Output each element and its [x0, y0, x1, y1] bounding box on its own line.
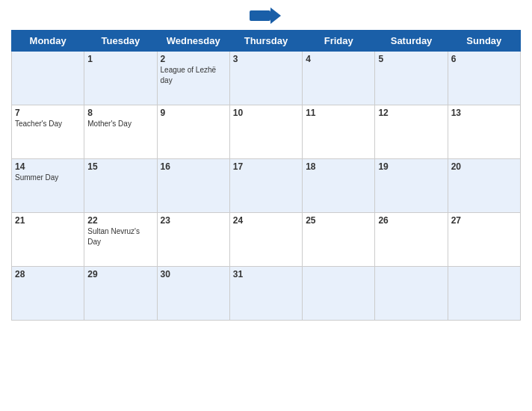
day-number: 8: [87, 108, 153, 118]
day-number: 7: [15, 108, 81, 118]
day-number: 29: [87, 269, 153, 279]
day-number: 13: [451, 108, 517, 118]
calendar-cell: 8Mother's Day: [84, 105, 157, 159]
calendar-cell: 3: [229, 52, 302, 105]
calendar-week-row: 2122Sultan Nevruz's Day2324252627: [12, 213, 521, 267]
calendar-cell: 27: [448, 213, 520, 267]
calendar-cell: 31: [229, 267, 302, 321]
day-number: 18: [306, 161, 371, 172]
day-number: 23: [161, 215, 226, 226]
day-number: 19: [378, 161, 444, 172]
day-number: 4: [306, 54, 371, 64]
day-number: 16: [161, 161, 226, 172]
calendar-cell: 18: [303, 159, 375, 213]
calendar-cell: 29: [84, 267, 157, 321]
calendar-week-row: 12League of Lezhë day3456: [12, 52, 521, 105]
calendar-cell: 6: [448, 52, 520, 105]
weekday-header-friday: Friday: [303, 31, 375, 52]
weekday-header-thursday: Thursday: [229, 31, 302, 52]
day-number: 27: [451, 215, 517, 226]
day-number: 14: [15, 161, 81, 172]
day-number: 6: [451, 54, 517, 64]
holiday-label: Mother's Day: [87, 120, 132, 128]
weekday-header-row: MondayTuesdayWednesdayThursdayFridaySatu…: [12, 31, 521, 52]
day-number: 3: [233, 54, 299, 64]
calendar-cell: 23: [157, 213, 229, 267]
calendar-cell: [303, 267, 375, 321]
calendar-cell: 19: [375, 159, 448, 213]
calendar-cell: 11: [303, 105, 375, 159]
weekday-header-monday: Monday: [12, 31, 84, 52]
calendar-cell: 14Summer Day: [12, 159, 84, 213]
holiday-label: Sultan Nevruz's Day: [87, 227, 140, 246]
calendar-cell: [12, 52, 84, 105]
calendar-cell: 5: [375, 52, 448, 105]
day-number: 25: [306, 215, 371, 226]
calendar-cell: 1: [84, 52, 157, 105]
calendar-cell: 20: [448, 159, 520, 213]
calendar-cell: 7Teacher's Day: [12, 105, 84, 159]
calendar-table: MondayTuesdayWednesdayThursdayFridaySatu…: [11, 30, 521, 321]
calendar-week-row: 14Summer Day151617181920: [12, 159, 521, 213]
calendar-cell: 9: [157, 105, 229, 159]
calendar-cell: [448, 267, 520, 321]
day-number: 15: [87, 161, 153, 172]
calendar-page: MondayTuesdayWednesdayThursdayFridaySatu…: [0, 0, 532, 411]
weekday-header-saturday: Saturday: [375, 31, 448, 52]
day-number: 24: [233, 215, 299, 226]
calendar-cell: 26: [375, 213, 448, 267]
calendar-cell: 10: [229, 105, 302, 159]
calendar-cell: [375, 267, 448, 321]
logo-icon: [250, 7, 281, 24]
day-number: 10: [233, 108, 299, 118]
calendar-cell: 12: [375, 105, 448, 159]
holiday-label: Summer Day: [15, 173, 58, 182]
logo: [250, 7, 282, 24]
calendar-cell: 2League of Lezhë day: [157, 52, 229, 105]
day-number: 1: [87, 54, 153, 64]
day-number: 9: [161, 108, 226, 118]
day-number: 30: [161, 269, 226, 279]
day-number: 12: [378, 108, 444, 118]
calendar-cell: 24: [229, 213, 302, 267]
weekday-header-sunday: Sunday: [448, 31, 520, 52]
calendar-cell: 28: [12, 267, 84, 321]
day-number: 31: [233, 269, 299, 279]
day-number: 5: [378, 54, 444, 64]
calendar-cell: 22Sultan Nevruz's Day: [84, 213, 157, 267]
calendar-cell: 13: [448, 105, 520, 159]
calendar-cell: 15: [84, 159, 157, 213]
weekday-header-wednesday: Wednesday: [157, 31, 229, 52]
day-number: 28: [15, 269, 81, 279]
calendar-cell: 17: [229, 159, 302, 213]
day-number: 2: [161, 54, 226, 64]
day-number: 17: [233, 161, 299, 172]
holiday-label: League of Lezhë day: [161, 66, 217, 84]
day-number: 22: [87, 215, 153, 226]
weekday-header-tuesday: Tuesday: [84, 31, 157, 52]
holiday-label: Teacher's Day: [15, 120, 62, 128]
calendar-cell: 21: [12, 213, 84, 267]
calendar-cell: 16: [157, 159, 229, 213]
day-number: 26: [378, 215, 444, 226]
day-number: 11: [306, 108, 371, 118]
calendar-cell: 4: [303, 52, 375, 105]
calendar-cell: 30: [157, 267, 229, 321]
svg-marker-1: [270, 7, 281, 24]
calendar-header: [11, 7, 521, 24]
calendar-cell: 25: [303, 213, 375, 267]
logo-svg-area: [250, 7, 282, 24]
calendar-week-row: 28293031: [12, 267, 521, 321]
day-number: 20: [451, 161, 517, 172]
day-number: 21: [15, 215, 81, 226]
calendar-week-row: 7Teacher's Day8Mother's Day910111213: [12, 105, 521, 159]
svg-rect-0: [250, 10, 270, 21]
